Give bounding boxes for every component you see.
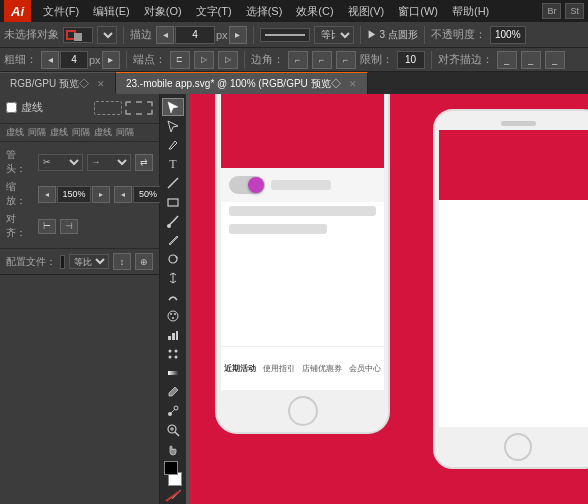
operation-label: 描边	[130, 27, 152, 42]
stroke-tabs-row: 虚线 间隔 虚线 间隔 虚线 间隔	[0, 124, 159, 142]
menu-window[interactable]: 窗口(W)	[392, 0, 444, 22]
tool-pen[interactable]	[162, 136, 184, 154]
decrease-btn[interactable]: ◂	[156, 26, 174, 44]
dash-tab-3: 虚线	[50, 126, 68, 139]
menu-object[interactable]: 对象(O)	[138, 0, 188, 22]
scale-input-2[interactable]	[133, 186, 163, 203]
separator-6	[244, 51, 245, 69]
main-area: 虚线 虚线 间隔 虚线 间隔 虚线 间隔 管头： ✂	[0, 94, 588, 504]
stroke-color-swatch[interactable]	[63, 27, 93, 43]
tool-rotate[interactable]	[162, 250, 184, 268]
align-stroke-btn-3[interactable]: ⎯	[545, 51, 565, 69]
scale-increase-1[interactable]: ▸	[92, 186, 110, 203]
menu-help[interactable]: 帮助(H)	[446, 0, 495, 22]
menu-effects[interactable]: 效果(C)	[290, 0, 339, 22]
stroke-preview	[260, 28, 310, 42]
align-stroke-btn-2[interactable]: ⎯	[521, 51, 541, 69]
rough-value-input[interactable]	[60, 51, 88, 69]
tool-blend[interactable]	[162, 402, 184, 420]
tool-paintbrush[interactable]	[162, 212, 184, 230]
fill-swatch-black[interactable]	[164, 461, 178, 475]
tool-line[interactable]	[162, 174, 184, 192]
svg-point-5	[170, 313, 172, 315]
corner-btn-3[interactable]: ⌐	[336, 51, 356, 69]
phone-mockup-left: 近期活动 使用指引 店铺优惠券 会员中心	[215, 94, 390, 434]
align-stroke-btn-1[interactable]: ⎯	[497, 51, 517, 69]
profile-btn-1[interactable]: ↕	[113, 253, 131, 270]
scale-decrease-2[interactable]: ◂	[114, 186, 132, 203]
profile-select[interactable]: 等比	[69, 254, 109, 269]
tool-type[interactable]: T	[162, 155, 184, 173]
tab-1-close[interactable]: ✕	[97, 79, 105, 89]
stroke-type-select[interactable]: 等比	[314, 26, 354, 44]
svg-rect-15	[168, 371, 178, 375]
nav-item-4: 会员中心	[349, 363, 381, 374]
toolbar-row-1: 未选择对象 ■ 描边 ◂ 4 px ▸ 等比 ▶ 3 点圆形 不透明度： 100…	[0, 22, 588, 48]
tool-reflect[interactable]	[162, 269, 184, 287]
svg-rect-9	[172, 333, 175, 340]
svg-rect-1	[168, 199, 178, 206]
tab-1[interactable]: RGB/GPU 预览◇ ✕	[0, 72, 116, 94]
tool-selection[interactable]	[162, 98, 184, 116]
profile-label: 配置文件：	[6, 255, 56, 269]
menu-file[interactable]: 文件(F)	[37, 0, 85, 22]
phone-text-bar-1	[271, 180, 331, 190]
bridge-button[interactable]: Br	[542, 3, 561, 19]
rough-decrease-btn[interactable]: ◂	[41, 51, 59, 69]
align-btn-2[interactable]: ⊣	[60, 219, 78, 234]
tube-swap-btn[interactable]: ⇄	[135, 154, 153, 171]
menu-select[interactable]: 选择(S)	[240, 0, 289, 22]
corner-btn-1[interactable]: ⌐	[288, 51, 308, 69]
endpoint-label: 端点：	[133, 52, 166, 67]
tool-pencil[interactable]	[162, 231, 184, 249]
opacity-input[interactable]: 100%	[490, 26, 526, 44]
limit-input[interactable]	[397, 51, 425, 69]
tab-2[interactable]: 23.-mobile app.svg* @ 100% (RGB/GPU 预览◇ …	[116, 72, 368, 94]
nav-item-2: 使用指引	[263, 363, 295, 374]
canvas-area: T	[160, 94, 588, 504]
profile-btn-2[interactable]: ⊕	[135, 253, 153, 270]
phone-red-top	[221, 94, 384, 168]
scale-input-1[interactable]	[57, 186, 91, 203]
phone-toggle-area	[221, 168, 384, 202]
tool-gradient[interactable]	[162, 364, 184, 382]
tool-warp[interactable]	[162, 288, 184, 306]
phone-home-btn	[288, 396, 318, 426]
increase-btn[interactable]: ▸	[229, 26, 247, 44]
side-toolbar: T	[160, 94, 186, 504]
svg-line-19	[175, 432, 179, 436]
rough-increase-btn[interactable]: ▸	[102, 51, 120, 69]
endpoint-btn-1[interactable]: ⊏	[170, 51, 190, 69]
tool-direct-select[interactable]	[162, 117, 184, 135]
tool-symbol-sprayer[interactable]	[162, 307, 184, 325]
stock-button[interactable]: St	[565, 3, 584, 19]
tab-2-close[interactable]: ✕	[349, 79, 357, 89]
menu-view[interactable]: 视图(V)	[342, 0, 391, 22]
tube-start-select[interactable]: ✂	[38, 154, 83, 171]
corner-btn-2[interactable]: ⌐	[312, 51, 332, 69]
tool-hand[interactable]	[162, 440, 184, 458]
tool-zoom[interactable]	[162, 421, 184, 439]
tab-row: RGB/GPU 预览◇ ✕ 23.-mobile app.svg* @ 100%…	[0, 72, 588, 94]
tool-mesh[interactable]	[162, 345, 184, 363]
align-label: 对齐：	[6, 212, 34, 240]
menu-text[interactable]: 文字(T)	[190, 0, 238, 22]
stroke-shape-select[interactable]: ■	[97, 26, 117, 44]
nav-item-1: 近期活动	[224, 363, 256, 374]
dash-tab-4: 间隔	[72, 126, 90, 139]
dashed-label: 虚线	[21, 100, 43, 115]
align-btn-1[interactable]: ⊢	[38, 219, 56, 234]
dashed-checkbox[interactable]	[6, 102, 17, 113]
rough-label: 粗细：	[4, 52, 37, 67]
scale-label: 缩放：	[6, 180, 34, 208]
tube-end-select[interactable]: →	[87, 154, 132, 171]
endpoint-btn-3[interactable]: ▷	[218, 51, 238, 69]
endpoint-btn-2[interactable]: ▷	[194, 51, 214, 69]
tool-eyedropper[interactable]	[162, 383, 184, 401]
stroke-value-input[interactable]: 4	[175, 26, 215, 44]
menu-bar: Ai 文件(F) 编辑(E) 对象(O) 文字(T) 选择(S) 效果(C) 视…	[0, 0, 588, 22]
tool-rect[interactable]	[162, 193, 184, 211]
scale-decrease-1[interactable]: ◂	[38, 186, 56, 203]
menu-edit[interactable]: 编辑(E)	[87, 0, 136, 22]
tool-column-graph[interactable]	[162, 326, 184, 344]
